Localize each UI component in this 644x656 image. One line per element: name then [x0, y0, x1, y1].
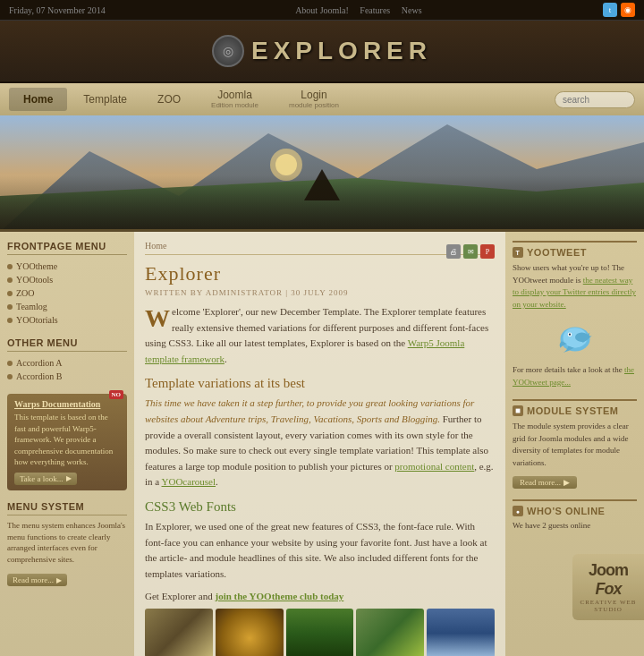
warps-badge: NO [109, 390, 124, 399]
whos-online-icon: ● [513, 506, 523, 516]
yootweet-detail: For more details take a look at the the … [513, 364, 637, 388]
highlight-text: This time we have taken it a step furthe… [145, 397, 474, 424]
features-link[interactable]: Features [360, 5, 390, 15]
sidebar-label: YOOtheme [16, 261, 57, 271]
sidebar-item-teamlog[interactable]: Teamlog [7, 300, 127, 313]
warps-doc-title[interactable]: Warps Documentation [14, 399, 120, 409]
thumb-1[interactable] [145, 609, 213, 656]
nav-sub-login: module position [289, 101, 339, 110]
yoocarousel-link[interactable]: YOOcarousel [162, 476, 216, 487]
nav-item-zoo[interactable]: ZOO [143, 88, 195, 111]
rss-icon[interactable]: ◉ [621, 3, 635, 17]
join-link[interactable]: join the YOOtheme club today [216, 591, 344, 601]
joomfox-box: Joom Fox Creative Web Studio [572, 554, 644, 620]
yootweet-title-label: YOOtweet [527, 247, 587, 258]
bullet-icon [7, 374, 13, 379]
whos-online-label: Who's Online [527, 506, 605, 516]
readmore-arrow-icon: ▶ [564, 478, 570, 487]
about-joomla-link[interactable]: About Joomla! [295, 5, 349, 15]
hero-overlay [0, 175, 644, 229]
bullet-icon [7, 304, 13, 310]
section2-heading: CSS3 Web Fonts [145, 499, 495, 515]
nav-label-home: Home [23, 93, 53, 106]
nav-item-home[interactable]: Home [9, 88, 67, 111]
yootweet-text: Show users what you're up to! The YOOtwe… [513, 262, 637, 311]
arrow-icon: ▶ [56, 576, 62, 584]
twitter-bird-svg [548, 315, 602, 360]
article-title: Explorer [145, 262, 495, 285]
bottom-text: Get Explorer and join the YOOtheme club … [145, 591, 495, 601]
main-navigation: Home Template ZOO Joomla Edition module … [0, 83, 644, 115]
bullet-icon [7, 277, 13, 283]
logo[interactable]: ◎ EXPLORER [212, 35, 432, 67]
nav-item-template[interactable]: Template [69, 88, 141, 111]
other-menu-title: Other Menu [7, 337, 127, 352]
whos-online-title: ● Who's Online [513, 506, 637, 516]
hero-image [0, 115, 644, 232]
module-system-title: ◼ Module System [513, 405, 637, 416]
sidebar-label: Teamlog [16, 302, 47, 311]
svg-point-5 [275, 154, 297, 175]
top-bar: Friday, 07 November 2014 About Joomla! F… [0, 0, 644, 21]
top-bar-social: t ◉ [603, 3, 635, 17]
breadcrumb: Home [145, 241, 495, 255]
sidebar-label: Accordion B [16, 371, 62, 381]
joomfox-text: Joom [578, 561, 639, 580]
thumb-4[interactable] [356, 609, 424, 656]
logo-text: EXPLORER [251, 37, 432, 65]
module-system-label: Module System [527, 405, 618, 416]
article-body-p3: In Explorer, we used one of the great ne… [145, 519, 495, 582]
warps-take-look-button[interactable]: Take a look... ▶ [14, 473, 77, 485]
promo-link[interactable]: promotional content [394, 461, 474, 472]
sidebar-label: Accordion A [16, 358, 62, 368]
thumb-2[interactable] [216, 609, 284, 656]
yootweet-page-link[interactable]: the YOOtweet page... [513, 365, 634, 387]
readmore-label: Read more... [520, 478, 561, 487]
pdf-icon[interactable]: P [480, 244, 495, 259]
article-body-p2: This time we have taken it a step furthe… [145, 396, 495, 490]
nav-label-joomla: Joomla [217, 89, 252, 101]
header: ◎ EXPLORER [0, 21, 644, 83]
menu-system-module: Menu System The menu system enhances Joo… [7, 501, 127, 586]
readmore-label: Read more... [13, 575, 54, 584]
bullet-icon [7, 318, 13, 323]
article-meta: Written by Administrator | 30 July 2009 [145, 288, 495, 297]
svg-point-10 [575, 332, 589, 342]
module-system-icon: ◼ [513, 405, 523, 416]
sidebar-item-yootools[interactable]: YOOtools [7, 273, 127, 286]
email-icon[interactable]: ✉ [463, 244, 478, 259]
sidebar-item-accordion-b[interactable]: Accordion B [7, 370, 127, 383]
yootweet-module: t YOOtweet Show users what you're up to!… [513, 241, 637, 388]
top-bar-date: Friday, 07 November 2014 [9, 5, 106, 15]
print-icon[interactable]: 🖨 [446, 244, 461, 259]
sidebar-item-yootorials[interactable]: YOOtorials [7, 313, 127, 327]
frontpage-menu-title: Frontpage Menu [7, 241, 127, 255]
nav-item-login[interactable]: Login module position [275, 83, 353, 115]
sidebar-item-accordion-a[interactable]: Accordion A [7, 356, 127, 370]
bullet-icon [7, 264, 13, 269]
yootweet-title-icon: t [513, 247, 523, 258]
other-menu-module: Other Menu Accordion A Accordion B [7, 337, 127, 383]
warp5-link[interactable]: Warp5 Joomla template framework [145, 337, 464, 364]
page-wrapper: Friday, 07 November 2014 About Joomla! F… [0, 0, 644, 656]
sidebar-item-yootheme[interactable]: YOOtheme [7, 260, 127, 273]
nav-sub-joomla: Edition module [211, 101, 258, 110]
whos-online-text: We have 2 guests online [513, 521, 637, 530]
left-sidebar: Frontpage Menu YOOtheme YOOtools ZOO Tea… [0, 232, 134, 656]
search-input[interactable] [555, 91, 635, 108]
twitter-icon[interactable]: t [603, 3, 617, 17]
logo-icon: ◎ [212, 35, 244, 67]
sidebar-item-zoo[interactable]: ZOO [7, 286, 127, 300]
main-content: Home 🖨 ✉ P Explorer Written by Administr… [134, 232, 505, 656]
thumb-3[interactable] [286, 609, 354, 656]
menu-system-readmore-button[interactable]: Read more... ▶ [7, 574, 67, 586]
sidebar-label: YOOtools [16, 275, 53, 285]
thumb-5[interactable] [427, 609, 495, 656]
warps-doc-text: This template is based on the fast and p… [14, 412, 120, 468]
nav-label-zoo: ZOO [157, 93, 181, 106]
nav-item-joomla[interactable]: Joomla Edition module [197, 83, 273, 115]
news-link[interactable]: News [402, 5, 422, 15]
joomfox-text2: Fox [578, 580, 639, 599]
yootweet-link[interactable]: the neatest way to display your Twitter … [513, 276, 636, 309]
module-system-readmore-button[interactable]: Read more... ▶ [513, 476, 577, 489]
